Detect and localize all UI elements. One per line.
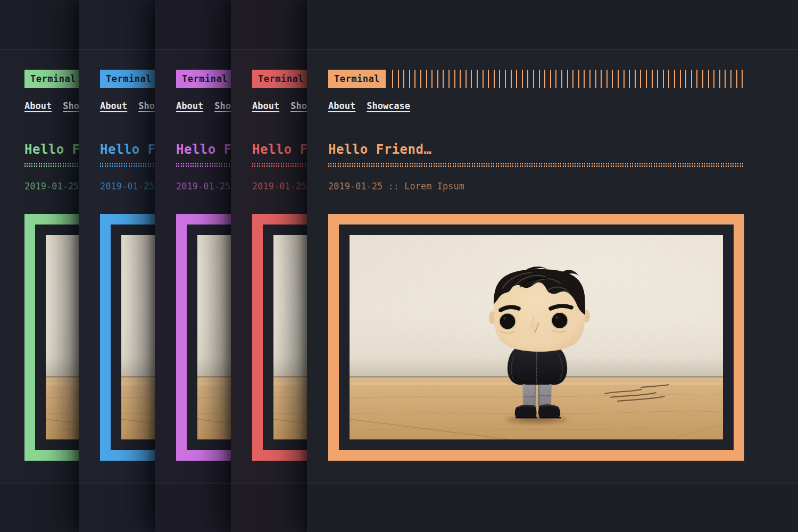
- site-logo[interactable]: Terminal: [176, 70, 234, 88]
- nav-link-about[interactable]: About: [328, 100, 355, 112]
- post-image-frame: [328, 214, 744, 461]
- post-meta-date: 2019-01-25 :: Lorem Ipsum: [328, 180, 744, 192]
- site-logo[interactable]: Terminal: [24, 70, 82, 88]
- site-header: Terminal: [328, 70, 744, 88]
- nav-link-about[interactable]: About: [252, 100, 279, 112]
- theme-panel-orange: Terminal About Showcase Hello Friend… 20…: [307, 0, 798, 532]
- panel-content: Terminal About Showcase Hello Friend… 20…: [328, 0, 744, 461]
- post-image-frame-inner: [339, 225, 734, 450]
- title-divider: [328, 163, 744, 167]
- photo-table: [350, 376, 723, 439]
- terminal-theme-showcase: Terminal About Showcase Hello Friend… 20…: [0, 0, 798, 532]
- post-title: Hello Friend…: [328, 142, 744, 157]
- nav-link-showcase[interactable]: Showcase: [367, 100, 410, 112]
- nav-link-about[interactable]: About: [176, 100, 203, 112]
- funko-figure-photo: [350, 235, 723, 439]
- header-bars-decoration: [392, 70, 744, 88]
- site-logo[interactable]: Terminal: [252, 70, 310, 88]
- nav-link-about[interactable]: About: [24, 100, 52, 112]
- nav-link-about[interactable]: About: [100, 100, 127, 112]
- site-logo[interactable]: Terminal: [100, 70, 157, 88]
- main-nav: About Showcase: [328, 100, 744, 112]
- site-logo[interactable]: Terminal: [328, 70, 386, 88]
